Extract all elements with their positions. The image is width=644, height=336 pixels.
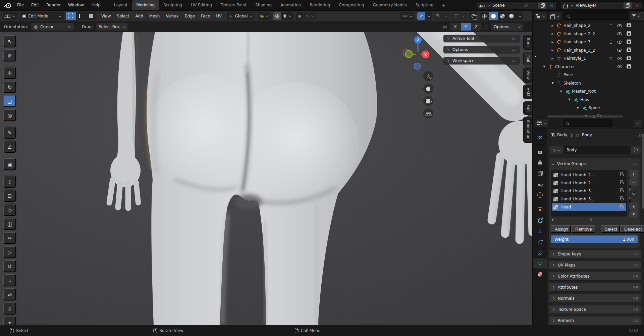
scene-selector[interactable]: Scene × [477, 1, 557, 9]
snap-toggle[interactable] [273, 12, 281, 20]
vertex-group-action-button[interactable]: Assign [551, 225, 571, 233]
workspace-tab[interactable]: Sculpting [159, 0, 186, 10]
mode-selector[interactable]: Edit Mode [20, 12, 64, 20]
gizmo-settings[interactable] [425, 12, 432, 20]
navigation-gizmo[interactable]: Z X [401, 34, 438, 75]
vertex-group-row[interactable]: Hand_thumb_3_... [552, 187, 626, 195]
panel-header[interactable]: Texture Space [549, 305, 641, 314]
drag-grip-icon[interactable] [512, 47, 517, 52]
pan-button[interactable] [423, 84, 433, 94]
outliner-row[interactable]: Master_root [533, 87, 644, 96]
properties-scrollbar[interactable] [642, 134, 644, 209]
list-button[interactable]: ▲ [629, 202, 638, 210]
add-workspace-button[interactable]: + [438, 0, 450, 10]
mesh-name-field[interactable]: Body [564, 146, 631, 154]
select-mode-button[interactable] [86, 12, 96, 20]
workspace-tab[interactable]: Compositing [334, 0, 368, 10]
tool-button[interactable] [3, 95, 16, 107]
hide-in-viewport-icon[interactable] [617, 32, 622, 35]
panel-header[interactable]: Shape Keys [549, 250, 641, 258]
vertex-groups-panel-header[interactable]: Vertex Groups [551, 160, 637, 167]
workspace-tab[interactable]: Animation [276, 0, 305, 10]
properties-tab[interactable] [533, 258, 547, 269]
lock-open-icon[interactable] [621, 198, 624, 200]
show-gizmo-toggle[interactable] [417, 12, 425, 20]
lock-open-icon[interactable] [621, 190, 624, 192]
close-icon[interactable]: × [549, 3, 555, 8]
panel-header[interactable]: UV Maps [549, 261, 641, 269]
outliner-filter-type[interactable] [549, 12, 561, 20]
mirror-axis-button[interactable]: X [450, 23, 461, 31]
vertex-group-row[interactable]: Head [552, 203, 626, 211]
viewport-menu-item[interactable]: Face [198, 14, 213, 18]
expand-icon[interactable] [550, 41, 555, 44]
breadcrumb-data[interactable]: Body [582, 133, 592, 137]
menu-item[interactable]: File [13, 0, 28, 10]
properties-search-input[interactable] [571, 121, 609, 126]
sidebar-tab[interactable]: Tool [523, 52, 532, 65]
menu-item[interactable]: Edit [28, 0, 43, 10]
mirror-axis-button[interactable]: Z [471, 23, 481, 31]
expand-icon[interactable] [567, 98, 572, 101]
properties-tab[interactable] [533, 226, 547, 236]
sidebar-tab[interactable]: Edit [523, 101, 532, 115]
overlay-panel-header[interactable]: Workspace [443, 57, 520, 64]
properties-tab[interactable] [533, 169, 547, 179]
workspace-tab[interactable]: UV Editing [186, 0, 216, 10]
panel-header[interactable]: Attributes [549, 283, 641, 291]
select-mode-button[interactable] [66, 12, 76, 20]
properties-search[interactable] [563, 119, 612, 127]
mirror-axis-button[interactable]: Y [461, 23, 471, 31]
camera-view-button[interactable] [423, 96, 433, 106]
disable-in-renders-icon[interactable] [627, 24, 631, 27]
hide-in-viewport-icon[interactable] [617, 24, 622, 27]
rendered-shading-button[interactable] [507, 12, 516, 20]
viewport-menu-item[interactable]: Mesh [146, 14, 163, 18]
disable-in-renders-icon[interactable] [627, 32, 631, 36]
sidebar-tab[interactable]: Animation [523, 117, 532, 143]
list-button[interactable]: + [629, 170, 638, 178]
material-preview-button[interactable] [498, 12, 507, 20]
properties-tab[interactable] [533, 190, 547, 200]
mesh-data-selector[interactable] [550, 146, 564, 154]
outliner-row[interactable]: Hair_shape_2_2 [533, 30, 644, 38]
visibility-selector[interactable] [400, 12, 415, 20]
properties-tab[interactable] [533, 158, 547, 168]
overlay-panel-header[interactable]: Options [443, 46, 520, 53]
shading-settings[interactable] [516, 12, 523, 20]
sidebar-tab[interactable]: Item [523, 35, 532, 50]
new-scene-button[interactable] [538, 2, 546, 9]
tool-button[interactable] [3, 232, 16, 244]
properties-tab[interactable] [533, 147, 547, 157]
ortho-toggle-button[interactable] [423, 108, 433, 118]
outliner-row[interactable]: Spine_ [533, 104, 644, 112]
workspace-tab[interactable]: Layout [110, 0, 132, 10]
overlays-settings[interactable] [442, 12, 449, 20]
close-icon[interactable]: × [634, 3, 640, 8]
object-gizmos-settings[interactable] [460, 12, 467, 20]
list-button[interactable]: − [629, 178, 638, 186]
panel-header[interactable]: Normals [549, 294, 641, 302]
hide-in-viewport-icon[interactable] [617, 65, 622, 68]
expand-icon[interactable] [558, 90, 564, 93]
properties-tab[interactable] [533, 248, 547, 258]
tool-button[interactable] [3, 141, 16, 153]
workspace-tab[interactable]: Rendering [305, 0, 334, 10]
expand-icon[interactable] [541, 65, 547, 68]
tool-button[interactable] [3, 158, 16, 170]
weight-slider[interactable]: Weight 1.000 [551, 235, 638, 243]
tool-button[interactable] [3, 109, 16, 121]
tool-options-dropdown[interactable]: Options [491, 23, 523, 31]
tool-button[interactable] [3, 302, 16, 315]
workspace-tab[interactable]: Scripting [411, 0, 438, 10]
view-layer-selector[interactable]: ViewLayer × [561, 1, 642, 9]
properties-editor-type[interactable] [535, 119, 548, 127]
outliner-row[interactable]: Pose [533, 71, 644, 79]
workspace-tab[interactable]: Texture Paint [216, 0, 251, 10]
tool-button[interactable] [3, 81, 16, 93]
outliner-clipped-button[interactable] [639, 12, 644, 20]
tool-button[interactable] [3, 204, 16, 216]
vertex-group-row[interactable]: Hand_thumb_2_... [552, 171, 626, 179]
outliner-search-input[interactable] [571, 14, 625, 18]
viewport-menu-item[interactable]: Vertex [163, 14, 182, 18]
